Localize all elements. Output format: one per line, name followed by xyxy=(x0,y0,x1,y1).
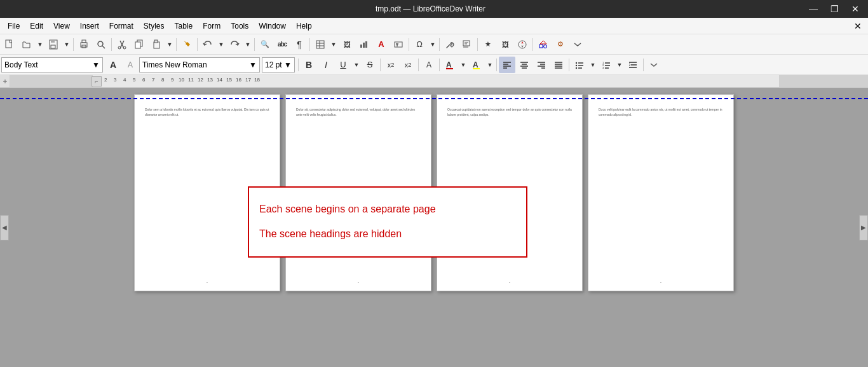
navigator-button[interactable] xyxy=(514,36,531,53)
save-button[interactable] xyxy=(45,36,62,53)
fmt-separator-7 xyxy=(643,59,644,71)
insert-footnote-button[interactable] xyxy=(459,36,475,53)
subscript-button[interactable]: x2 xyxy=(400,57,416,73)
special-char-button[interactable]: Ω xyxy=(411,36,428,53)
open-dropdown[interactable]: ▼ xyxy=(36,36,44,53)
find-button[interactable]: 🔍 xyxy=(257,36,273,53)
menu-view[interactable]: View xyxy=(48,20,75,32)
undo-button[interactable] xyxy=(200,36,216,53)
svg-point-59 xyxy=(576,67,577,68)
menu-styles[interactable]: Styles xyxy=(139,20,170,32)
highlight-button[interactable]: A xyxy=(468,57,485,73)
strikethrough-button[interactable]: S xyxy=(362,57,378,73)
basic-button[interactable]: ⚙ xyxy=(552,36,569,53)
page-4-text: Duco velit pulvinar eulit la commodo ant… xyxy=(599,107,723,117)
menu-window[interactable]: Window xyxy=(254,20,291,32)
hyperlink-button[interactable] xyxy=(442,36,458,53)
maximize-button[interactable]: ❐ xyxy=(827,3,843,15)
italic-button[interactable]: I xyxy=(318,57,334,73)
separator-2 xyxy=(111,38,112,51)
gallery-button[interactable]: 🖼 xyxy=(497,36,513,53)
svg-marker-32 xyxy=(522,41,524,44)
cut-button[interactable] xyxy=(114,36,130,53)
separator-4 xyxy=(197,38,198,51)
align-center-button[interactable] xyxy=(516,57,532,73)
copy-button[interactable] xyxy=(131,36,147,53)
underline-dropdown[interactable]: ▼ xyxy=(352,57,361,73)
menu-help[interactable]: Help xyxy=(291,20,317,32)
style-arrow-icon: ▼ xyxy=(92,60,100,69)
underline-button[interactable]: U xyxy=(335,57,351,73)
insert-chart-button[interactable] xyxy=(356,36,372,53)
close-button[interactable]: ✕ xyxy=(848,3,863,15)
spell-button[interactable]: abc xyxy=(274,36,290,53)
menu-table[interactable]: Table xyxy=(170,20,198,32)
svg-line-8 xyxy=(102,46,105,48)
menu-tools[interactable]: Tools xyxy=(226,20,254,32)
undo-dropdown[interactable]: ▼ xyxy=(217,36,226,53)
superscript-button[interactable]: x2 xyxy=(383,57,399,73)
insert-image-button[interactable]: 🖼 xyxy=(339,36,355,53)
numbering-button[interactable]: 1.2.3. xyxy=(598,57,614,73)
clone-format-button[interactable] xyxy=(179,36,195,53)
redo-button[interactable] xyxy=(226,36,243,53)
shapes-button[interactable] xyxy=(535,36,552,53)
page-break-indicator xyxy=(0,98,868,99)
indent-button[interactable] xyxy=(625,57,641,73)
redo-dropdown[interactable]: ▼ xyxy=(243,36,252,53)
styles-button[interactable]: ★ xyxy=(480,36,496,53)
font-dropdown[interactable]: Times New Roman ▼ xyxy=(139,57,260,73)
svg-rect-16 xyxy=(154,40,158,43)
insert-table-button[interactable] xyxy=(312,36,329,53)
bold-button[interactable]: B xyxy=(301,57,317,73)
minimize-button[interactable]: — xyxy=(805,3,822,15)
scroll-left-button[interactable]: ◀ xyxy=(0,215,9,240)
font-color-btn-dropdown[interactable]: ▼ xyxy=(459,57,468,73)
doc-close-button[interactable]: ✕ xyxy=(850,21,865,31)
annotation-box: Each scene begins on a separate page The… xyxy=(248,186,527,258)
page-3-number: - xyxy=(509,280,510,284)
font-color-button[interactable]: A xyxy=(442,57,458,73)
font-size-A-button[interactable]: A xyxy=(122,57,139,73)
style-dropdown[interactable]: Body Text ▼ xyxy=(1,57,103,73)
svg-rect-0 xyxy=(6,40,11,48)
fmt-separator-1 xyxy=(298,59,299,71)
print-button[interactable] xyxy=(76,36,92,53)
size-dropdown[interactable]: 12 pt ▼ xyxy=(262,57,295,73)
align-right-button[interactable] xyxy=(533,57,550,73)
more-fmt-button[interactable] xyxy=(646,57,662,73)
menu-edit[interactable]: Edit xyxy=(25,20,48,32)
clear-format-button[interactable]: A xyxy=(421,57,437,73)
new-button[interactable] xyxy=(1,36,18,53)
ruler-corner[interactable] xyxy=(0,75,10,88)
scroll-right-button[interactable]: ▶ xyxy=(859,215,868,240)
save-dropdown[interactable]: ▼ xyxy=(62,36,71,53)
justify-button[interactable] xyxy=(550,57,567,73)
menu-file[interactable]: File xyxy=(3,20,25,32)
open-button[interactable] xyxy=(18,36,35,53)
menu-format[interactable]: Format xyxy=(104,20,139,32)
fmt-separator-4 xyxy=(439,59,440,71)
numbering-dropdown[interactable]: ▼ xyxy=(615,57,624,73)
fmt-separator-2 xyxy=(380,59,381,71)
format-marks-button[interactable]: ¶ xyxy=(291,36,308,53)
more-button[interactable] xyxy=(569,36,586,53)
bullets-button[interactable] xyxy=(571,57,588,73)
font-arrow-icon: ▼ xyxy=(249,60,257,69)
svg-line-75 xyxy=(318,94,349,95)
paste-dropdown[interactable]: ▼ xyxy=(165,36,174,53)
font-color-A-button[interactable]: A xyxy=(105,57,121,73)
table-dropdown[interactable]: ▼ xyxy=(329,36,338,53)
preview-button[interactable] xyxy=(93,36,109,53)
insert-textbox-button[interactable] xyxy=(390,36,407,53)
highlight-dropdown[interactable]: ▼ xyxy=(485,57,494,73)
bullets-dropdown[interactable]: ▼ xyxy=(588,57,597,73)
svg-rect-5 xyxy=(82,40,86,43)
insert-fontwork-button[interactable]: A xyxy=(373,36,390,53)
menu-bar: File Edit View Insert Format Styles Tabl… xyxy=(0,18,868,34)
menu-insert[interactable]: Insert xyxy=(75,20,104,32)
menu-form[interactable]: Form xyxy=(198,20,226,32)
paste-button[interactable] xyxy=(148,36,165,53)
align-left-button[interactable] xyxy=(499,57,515,73)
special-char-dropdown[interactable]: ▼ xyxy=(428,36,437,53)
